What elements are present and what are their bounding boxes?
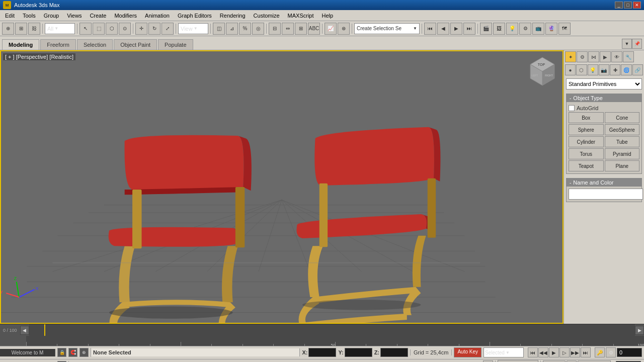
time-config[interactable]: ⚙ [606,347,616,357]
rp-cameras[interactable]: 📷 [599,64,609,75]
minimize-button[interactable]: _ [615,2,623,9]
play-btn[interactable]: ▶ [549,347,559,357]
tab-selection[interactable]: Selection [77,39,113,50]
menu-create[interactable]: Create [86,12,110,20]
rp-helpers[interactable]: ✚ [610,64,620,75]
link-tool[interactable]: ⛓ [28,23,40,35]
sb-magnet-icon[interactable]: 🧲 [68,348,77,357]
select-object[interactable]: ↖ [79,23,92,35]
coord-y-input[interactable] [345,348,372,357]
sb-lock-icon[interactable]: 🔒 [57,348,66,357]
menu-modifiers[interactable]: Modifiers [110,12,141,20]
btn-sphere[interactable]: Sphere [569,124,604,135]
current-frame-input[interactable] [617,348,642,357]
object-name-input[interactable] [569,189,643,200]
rp-tab-utilities[interactable]: 🔧 [623,51,634,62]
rp-tab-display[interactable]: 👁 [611,51,622,62]
selected-dropdown[interactable]: Selected ▼ [484,347,524,357]
select-by-name[interactable]: ⊞ [15,23,27,35]
prev-frame-btn[interactable]: ◀◀ [538,347,548,357]
collapse-name-color[interactable]: - [570,180,571,186]
go-to-start[interactable]: ⏮ [528,347,538,357]
tab-freeform[interactable]: Freeform [40,39,76,50]
activeshade[interactable]: 💡 [506,23,518,35]
next-frame[interactable]: ⏭ [463,23,475,35]
align-tool[interactable]: ⊟ [269,23,281,35]
menu-views[interactable]: Views [63,12,86,20]
render-frame[interactable]: 🖼 [493,23,505,35]
viewport-3d[interactable]: [ + ] [Perspective] [Realistic] TOP RIGH… [0,50,564,324]
rp-tab-modify[interactable]: ⚙ [577,51,588,62]
material-editor[interactable]: 🔮 [545,23,557,35]
btn-geosphere[interactable]: GeoSphere [605,124,640,135]
filter-dropdown[interactable]: All ▼ [45,23,75,34]
next-frame-btn[interactable]: ▶▶ [570,347,580,357]
render-scene[interactable]: 🎬 [480,23,492,35]
view-cube[interactable]: TOP RIGHT LEFT [526,55,558,87]
btn-plane[interactable]: Plane [605,160,640,171]
next-key[interactable]: ▶ [450,23,462,35]
select-circle[interactable]: ⊙ [119,23,131,35]
rp-category-dropdown[interactable]: Standard Primitives Extended Primitives [566,78,642,89]
snap-toggle[interactable]: ◫ [213,23,225,35]
menu-animation[interactable]: Animation [141,12,174,20]
select-tool[interactable]: ⊕ [2,23,14,35]
menu-help[interactable]: Help [318,12,338,20]
coord-x-input[interactable] [308,348,336,357]
menu-graph-editors[interactable]: Graph Editors [174,12,216,20]
btn-cone[interactable]: Cone [605,112,640,123]
btn-torus[interactable]: Torus [569,148,604,159]
menu-customize[interactable]: Customize [250,12,284,20]
scale-tool[interactable]: ⤢ [162,23,174,35]
snap-angle[interactable]: ⊿ [226,23,238,35]
auto-key-btn[interactable]: Auto Key [454,347,481,357]
rp-shapes[interactable]: ⬡ [576,64,587,75]
viewport-label[interactable]: [ + ] [Perspective] [Realistic] [3,53,75,60]
autogrid-checkbox[interactable] [569,105,575,111]
menu-group[interactable]: Group [40,12,63,20]
map-browser[interactable]: 🗺 [558,23,571,35]
play-selected-btn[interactable]: ▷ [559,347,570,357]
move-tool[interactable]: ✛ [135,23,147,35]
key-mode-toggle[interactable]: 🔑 [595,347,605,357]
snap-percent[interactable]: % [239,23,251,35]
menu-edit[interactable]: Edit [1,12,19,20]
select-region[interactable]: ⬚ [93,23,105,35]
btn-pyramid[interactable]: Pyramid [605,148,640,159]
add-time-tag-btn[interactable]: Add Time Tag [498,360,538,362]
rp-spacewarps[interactable]: 🌀 [621,64,631,75]
maximize-button[interactable]: □ [624,2,632,9]
tab-modeling[interactable]: Modeling [2,39,39,50]
tab-settings-btn[interactable]: ▼ [622,39,632,49]
array-tool[interactable]: ⊞ [295,23,307,35]
prev-frame[interactable]: ⏮ [424,23,436,35]
btn-tube[interactable]: Tube [605,136,640,147]
tab-object-paint[interactable]: Object Paint [114,39,157,50]
rp-lights[interactable]: 💡 [588,64,598,75]
rp-tab-motion[interactable]: ▶ [600,51,611,62]
btn-teapot[interactable]: Teapot [569,160,604,171]
rp-tab-hierarchy[interactable]: ⋈ [588,51,599,62]
btn-cylinder[interactable]: Cylinder [569,136,604,147]
btn-box[interactable]: Box [569,112,604,123]
snap-spinner[interactable]: ◎ [252,23,264,35]
tl-track[interactable] [29,324,635,336]
rp-systems[interactable]: 🔗 [632,64,643,75]
spacing-tool[interactable]: ABC [308,23,320,35]
go-to-end[interactable]: ⏭ [581,347,591,357]
menu-tools[interactable]: Tools [19,12,40,20]
prev-key[interactable]: ◀ [437,23,449,35]
render-setup[interactable]: ⚙ [519,23,531,35]
create-selection-set[interactable]: Create Selection Se ▼ [354,23,420,34]
coord-z-input[interactable] [380,348,408,357]
mirror-tool[interactable]: ⇔ [282,23,294,35]
rp-tab-create[interactable]: ✦ [565,51,576,62]
tab-pin-btn[interactable]: 📌 [632,39,642,49]
schematic-view[interactable]: ⊛ [338,23,350,35]
select-fence[interactable]: ⬡ [106,23,118,35]
tab-populate[interactable]: Populate [158,39,193,50]
sb-snap-icon[interactable]: ⊕ [79,348,89,357]
menu-rendering[interactable]: Rendering [216,12,250,20]
curve-editor[interactable]: 📈 [325,23,337,35]
close-button[interactable]: ✕ [633,2,641,9]
